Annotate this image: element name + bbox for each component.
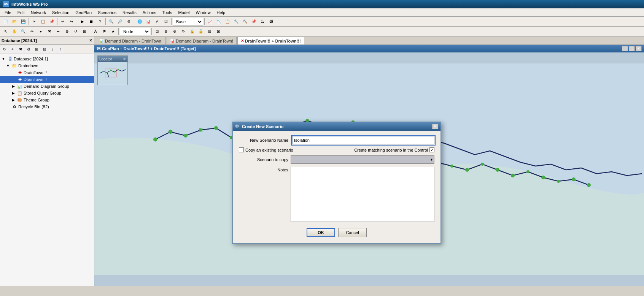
tb-more1[interactable]: 📈: [206, 17, 214, 26]
demand-group-expander[interactable]: ▶: [11, 84, 16, 89]
menu-edit[interactable]: Edit: [14, 9, 28, 16]
db-tb-refresh[interactable]: ⟳: [1, 46, 8, 53]
db-root-expander[interactable]: ▼: [1, 56, 6, 62]
stored-query-expander[interactable]: ▶: [11, 90, 16, 96]
db-tb-delete[interactable]: ✖: [17, 46, 24, 53]
draindown-expander[interactable]: ▼: [5, 63, 11, 68]
tb-props[interactable]: ⚙: [124, 17, 133, 26]
tb2-refresh[interactable]: ⟳: [179, 27, 188, 36]
tb-simulate[interactable]: 📊: [144, 17, 153, 26]
tree-item-draintown2[interactable]: ✚ DrainTown!!!: [0, 76, 94, 83]
menu-help[interactable]: Help: [214, 9, 229, 16]
tb-copy[interactable]: 📋: [39, 17, 47, 26]
tb-help[interactable]: ?: [96, 17, 104, 26]
tb2-delete[interactable]: ✖: [45, 27, 54, 36]
tb-paste[interactable]: 📌: [48, 17, 56, 26]
db-tb-import[interactable]: ↓: [49, 46, 56, 53]
tb-more6[interactable]: 📌: [250, 17, 258, 26]
tb2-pan[interactable]: ✋: [10, 27, 19, 36]
tree-item-theme-group[interactable]: ▶ 🎨 Theme Group: [0, 97, 94, 103]
doc-tab-2[interactable]: 📊 Demand Diagram - DrainTown!: [167, 37, 237, 44]
geomap-minimize[interactable]: _: [622, 46, 628, 51]
tb-check[interactable]: ☑: [162, 17, 170, 26]
tb-more8[interactable]: 🖼: [267, 17, 275, 26]
menu-selection[interactable]: Selection: [49, 9, 72, 16]
tb2-draw[interactable]: ✏: [28, 27, 36, 36]
tree-item-recycle-bin[interactable]: ♻ Recycle Bin (82): [0, 103, 94, 110]
tb2-snap[interactable]: ⊞: [80, 27, 89, 36]
tb2-pipe[interactable]: ━: [54, 27, 62, 36]
db-tb-export[interactable]: ↑: [57, 46, 64, 53]
tb2-label[interactable]: A: [91, 27, 100, 36]
tb-more3[interactable]: 📋: [223, 17, 232, 26]
menu-tools[interactable]: Tools: [159, 9, 175, 16]
scenario-name-input[interactable]: [292, 136, 434, 144]
tb-more5[interactable]: 🔨: [241, 17, 249, 26]
tb-network[interactable]: 🌐: [135, 17, 144, 26]
locator-close[interactable]: ✕: [123, 57, 126, 61]
menu-model[interactable]: Model: [175, 9, 193, 16]
menu-scenarios[interactable]: Scenarios: [95, 9, 119, 16]
tab2-label: Demand Diagram - DrainTown!: [176, 39, 233, 43]
doc-tab-3[interactable]: ✕ DrainTown!!! + DrainTown!!!: [237, 37, 304, 44]
menu-results[interactable]: Results: [119, 9, 140, 16]
tb2-unlock[interactable]: 🔓: [197, 27, 205, 36]
tb-more4[interactable]: 🔧: [232, 17, 240, 26]
notes-textarea[interactable]: [291, 167, 434, 222]
tb-run[interactable]: ▶: [78, 17, 87, 26]
tb-cut[interactable]: ✂: [30, 17, 38, 26]
tb2-move[interactable]: ⊕: [63, 27, 71, 36]
base-dropdown[interactable]: Base: [173, 18, 203, 25]
ok-button[interactable]: OK: [307, 228, 335, 237]
copy-existing-checkbox[interactable]: [239, 147, 244, 152]
db-tb-add[interactable]: +: [9, 46, 16, 53]
tb-zoom-in[interactable]: 🔍: [107, 17, 115, 26]
tb2-lock[interactable]: 🔒: [188, 27, 196, 36]
dialog-close-btn[interactable]: ✕: [432, 124, 438, 129]
doc-tab-1[interactable]: 📊 Demand Diagram - DrainTown!: [96, 37, 166, 44]
locator-map[interactable]: [98, 62, 127, 85]
geomap-maximize[interactable]: □: [629, 46, 635, 51]
scenario-to-copy-dropdown[interactable]: ▼: [291, 155, 434, 164]
tb-zoom-out[interactable]: 🔎: [116, 17, 124, 26]
tree-item-draintown1[interactable]: ✚ DrainTown!!!: [0, 69, 94, 76]
tb-new[interactable]: 📄: [2, 17, 10, 26]
menu-file[interactable]: File: [2, 9, 14, 16]
theme-group-expander[interactable]: ▶: [11, 97, 16, 103]
tb-save[interactable]: 💾: [19, 17, 27, 26]
tb2-select[interactable]: ↖: [2, 27, 10, 36]
tb2-fit[interactable]: ⊠: [214, 27, 223, 36]
tree-item-stored-query-group[interactable]: ▶ 📋 Stored Query Group: [0, 90, 94, 97]
tb2-zoom[interactable]: 🔍: [19, 27, 27, 36]
tb2-zoom-in2[interactable]: ⊕: [162, 27, 170, 36]
tb-more2[interactable]: 📉: [215, 17, 223, 26]
menu-geoplan[interactable]: GeoPlan: [72, 9, 95, 16]
tree-item-demand-group[interactable]: ▶ 📊 Demand Diagram Group: [0, 83, 94, 90]
db-tb-props[interactable]: ⚙: [25, 46, 32, 53]
tb2-layer[interactable]: ⊟: [205, 27, 214, 36]
tb-open[interactable]: 📂: [10, 17, 19, 26]
tb-more7[interactable]: 🗂: [258, 17, 267, 26]
tb2-flag[interactable]: ⚑: [100, 27, 108, 36]
tree-item-db-root[interactable]: ▼ 🗄 Database [2024.1]: [0, 55, 94, 62]
cancel-button[interactable]: Cancel: [338, 228, 367, 237]
tb-undo[interactable]: ↩: [59, 17, 67, 26]
geomap-close[interactable]: ✕: [636, 46, 642, 51]
tree-item-draindown[interactable]: ▼ 📁 Draindown: [0, 62, 94, 69]
node-dropdown[interactable]: Node: [120, 28, 150, 35]
menu-network[interactable]: Network: [28, 9, 49, 16]
tb2-zoom-extent[interactable]: ⊡: [153, 27, 161, 36]
db-close-btn[interactable]: ✕: [89, 38, 92, 43]
menu-actions[interactable]: Actions: [140, 9, 159, 16]
tb2-zoom-out2[interactable]: ⊖: [170, 27, 179, 36]
tb-validate[interactable]: ✔: [153, 17, 161, 26]
tb-stop[interactable]: ⏹: [87, 17, 95, 26]
db-tb-collapse[interactable]: ⊟: [41, 46, 48, 53]
tb2-symbol[interactable]: ★: [109, 27, 117, 36]
tb2-node[interactable]: ●: [37, 27, 45, 36]
tb-redo[interactable]: ↪: [67, 17, 76, 26]
db-tb-expand[interactable]: ⊞: [33, 46, 40, 53]
tb2-rotate[interactable]: ↺: [72, 27, 80, 36]
create-matching-checkbox[interactable]: [429, 147, 434, 152]
menu-window[interactable]: Window: [192, 9, 213, 16]
